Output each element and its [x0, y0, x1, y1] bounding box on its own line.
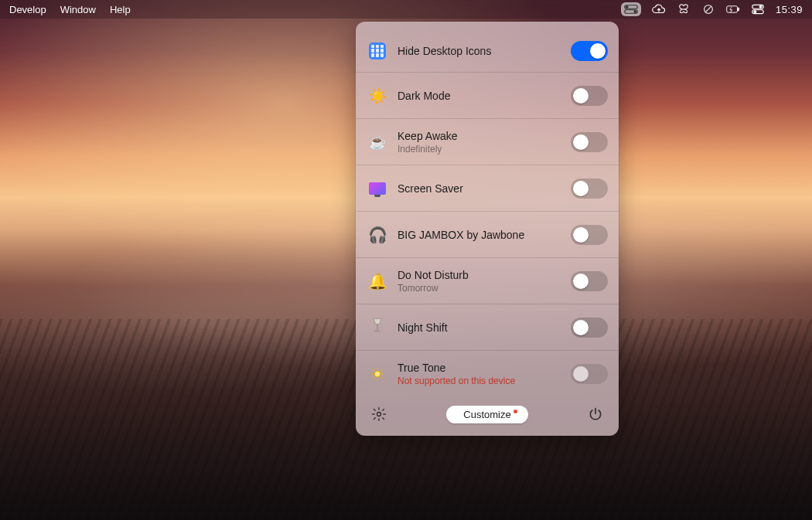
circle-slash-icon[interactable]: [701, 2, 715, 16]
row-labels: Hide Desktop Icons: [397, 45, 571, 57]
lamp-icon: [367, 317, 388, 338]
svg-point-1: [626, 6, 628, 8]
toggle-switch[interactable]: [571, 178, 608, 199]
row-title: Hide Desktop Icons: [397, 45, 571, 57]
panel-row: Hide Desktop Icons: [356, 26, 619, 73]
row-title: Dark Mode: [397, 90, 571, 102]
toggle-knob: [573, 366, 589, 382]
coffee-icon: ☕️: [367, 131, 388, 153]
settings-gear-icon[interactable]: [370, 405, 388, 423]
menu-help[interactable]: Help: [110, 4, 131, 15]
sun-icon: ☀️: [367, 85, 388, 107]
menu-window[interactable]: Window: [60, 4, 96, 15]
svg-point-14: [377, 413, 381, 416]
sunoutline-icon: [367, 363, 388, 385]
panel-row: ☀️Dark Mode: [356, 73, 619, 119]
toggle-switch[interactable]: [571, 86, 608, 106]
toggle-switch[interactable]: [571, 271, 608, 291]
menu-develop[interactable]: Develop: [9, 4, 46, 15]
menubar: Develop Window Help 15:39: [0, 0, 812, 19]
toggle-knob: [573, 320, 589, 335]
toggle-knob: [573, 134, 589, 150]
row-title: BIG JAMBOX by Jawbone: [397, 229, 571, 241]
toggles-menubar-icon[interactable]: [621, 2, 641, 16]
svg-point-3: [634, 11, 636, 13]
cloud-icon[interactable]: [652, 2, 666, 16]
toggle-switch[interactable]: [571, 318, 608, 338]
butterfly-icon[interactable]: [677, 2, 691, 16]
svg-rect-12: [374, 331, 380, 332]
row-title: Keep Awake: [397, 130, 571, 142]
toggle-switch[interactable]: [571, 132, 608, 152]
row-labels: Night Shift: [397, 321, 571, 334]
toggle-knob: [573, 88, 589, 104]
toggle-knob: [573, 181, 589, 196]
customize-label: Customize: [463, 409, 510, 420]
row-labels: True ToneNot supported on this device: [397, 362, 571, 386]
row-subtitle: Indefinitely: [397, 144, 571, 155]
toggle-knob: [573, 227, 589, 243]
row-title: Night Shift: [397, 321, 571, 334]
customize-button[interactable]: Customize: [446, 406, 527, 423]
panel-row: Night Shift: [356, 304, 619, 351]
svg-rect-5: [727, 6, 738, 12]
toggle-switch[interactable]: [571, 225, 608, 245]
panel-row: 🔔Do Not DisturbTomorrow: [356, 258, 619, 304]
headphones-icon: 🎧: [367, 224, 388, 246]
panel-row: 🎧BIG JAMBOX by Jawbone: [356, 212, 619, 258]
control-center-icon[interactable]: [751, 2, 765, 16]
toggle-switch: [571, 364, 608, 384]
grid-icon: [367, 40, 388, 62]
svg-point-8: [759, 5, 762, 8]
screensaver-icon: [367, 178, 388, 199]
svg-point-10: [754, 11, 756, 13]
row-labels: Keep AwakeIndefinitely: [397, 130, 571, 155]
row-subtitle: Tomorrow: [397, 283, 571, 294]
panel-footer: Customize: [356, 397, 619, 427]
toggle-switch[interactable]: [571, 41, 608, 61]
power-icon[interactable]: [586, 405, 605, 423]
battery-icon[interactable]: [726, 2, 740, 16]
menubar-right: 15:39: [621, 2, 803, 16]
row-labels: BIG JAMBOX by Jawbone: [397, 229, 571, 241]
toggle-knob: [573, 274, 589, 289]
svg-point-13: [374, 371, 380, 376]
svg-rect-11: [377, 324, 378, 330]
panel-row: True ToneNot supported on this device: [356, 351, 619, 397]
row-labels: Dark Mode: [397, 90, 571, 102]
bell-icon: 🔔: [367, 270, 388, 292]
row-subtitle: Not supported on this device: [397, 376, 571, 386]
row-labels: Do Not DisturbTomorrow: [397, 269, 571, 294]
panel-row: Screen Saver: [356, 165, 619, 212]
toggles-panel: Hide Desktop Icons☀️Dark Mode☕️Keep Awak…: [356, 22, 619, 436]
row-title: True Tone: [397, 362, 571, 374]
svg-rect-6: [738, 8, 739, 11]
row-title: Do Not Disturb: [397, 269, 571, 281]
menubar-left: Develop Window Help: [9, 4, 131, 15]
menubar-clock[interactable]: 15:39: [776, 4, 803, 15]
toggle-knob: [590, 43, 606, 59]
panel-row: ☕️Keep AwakeIndefinitely: [356, 119, 619, 165]
row-title: Screen Saver: [397, 182, 571, 195]
notification-dot-icon: [513, 410, 517, 413]
row-labels: Screen Saver: [397, 182, 571, 195]
